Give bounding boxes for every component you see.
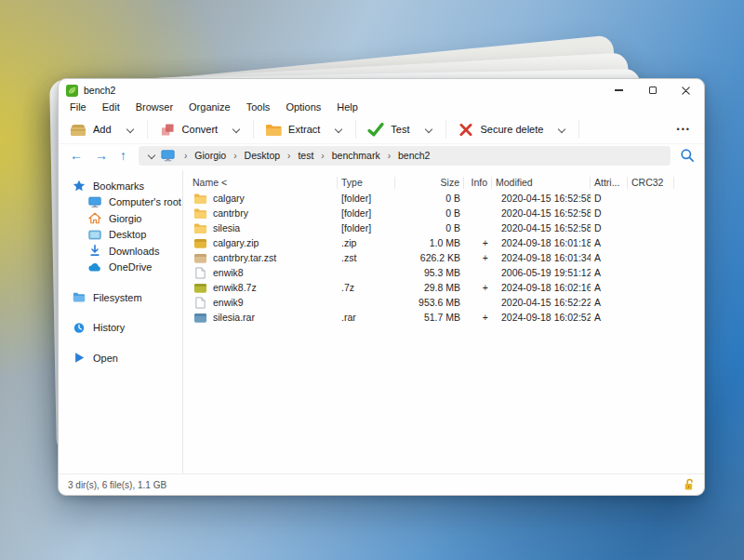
chevron-down-icon[interactable] [425, 126, 432, 133]
breadcrumb-separator: › [287, 151, 290, 161]
file-type: .zst [338, 252, 395, 263]
file-modified: 2020-04-15 16:52:58 [492, 193, 591, 204]
sidebar-bookmark-item[interactable]: Giorgio [73, 210, 182, 226]
chevron-down-icon[interactable] [126, 126, 134, 133]
table-row[interactable]: enwik8 95.3 MB 2006-05-19 19:51:12 A [189, 265, 704, 280]
column-type[interactable]: Type [338, 177, 395, 189]
file-type: [folder] [338, 193, 395, 204]
test-check-icon [367, 123, 384, 137]
file-modified: 2024-09-18 16:01:34 [492, 252, 591, 263]
file-attributes: A [591, 252, 628, 263]
column-size[interactable]: Size [395, 177, 464, 189]
back-button[interactable]: ← [70, 149, 83, 162]
sidebar-section[interactable]: Open [73, 350, 182, 366]
file-size: 51.7 MB [395, 312, 464, 323]
folder-icon [193, 207, 207, 220]
chevron-down-icon[interactable] [148, 152, 155, 159]
table-header[interactable]: Name < Type Size Info Modified Attri... … [189, 175, 704, 191]
minimize-button[interactable] [614, 86, 624, 96]
column-modified[interactable]: Modified [492, 177, 591, 189]
7z-archive-icon [193, 282, 207, 294]
table-row[interactable]: cantrbry [folder] 0 B 2020-04-15 16:52:5… [189, 206, 704, 220]
file-icon [193, 297, 207, 309]
breadcrumb-item[interactable]: bench2 [398, 150, 430, 161]
sidebar-bookmark-item[interactable]: Downloads [73, 243, 182, 259]
lock-open-icon[interactable] [684, 478, 695, 491]
file-size: 1.0 MB [395, 237, 464, 248]
breadcrumb-item[interactable]: benchmark [332, 150, 380, 161]
computer-icon[interactable] [161, 150, 175, 162]
menu-item[interactable]: Edit [102, 101, 120, 113]
menu-item[interactable]: Tools [246, 101, 271, 113]
table-row[interactable]: calgary [folder] 0 B 2020-04-15 16:52:58… [189, 191, 704, 206]
breadcrumb[interactable]: › Giorgio › Desktop › test › benchmark ›… [139, 146, 671, 166]
status-summary: 3 dir(s), 6 file(s), 1.1 GB [68, 480, 166, 490]
maximize-button[interactable] [647, 86, 658, 96]
close-button[interactable] [681, 86, 691, 96]
file-name: silesia [213, 222, 240, 233]
table-row[interactable]: silesia [folder] 0 B 2020-04-15 16:52:58… [189, 220, 704, 235]
file-attributes: D [591, 207, 628, 219]
sidebar-item-bookmarks[interactable]: Bookmarks [73, 178, 182, 193]
forward-button[interactable]: → [95, 149, 108, 162]
file-size: 0 B [395, 193, 464, 204]
file-type: .rar [338, 312, 395, 323]
toolbar-separator [578, 120, 579, 139]
file-size: 95.3 MB [395, 267, 464, 278]
file-info: + [464, 252, 492, 263]
column-attributes[interactable]: Attri... [591, 177, 628, 189]
up-button[interactable]: ↑ [120, 149, 126, 162]
chevron-down-icon[interactable] [335, 126, 342, 133]
menu-item[interactable]: Browser [136, 101, 173, 113]
breadcrumb-item[interactable]: test [298, 150, 313, 161]
breadcrumb-separator: › [321, 151, 324, 161]
toolbar-separator [355, 120, 356, 139]
toolbar-separator [445, 120, 446, 139]
file-type: .zip [338, 237, 395, 248]
toolbar-separator [147, 120, 148, 139]
more-options-button[interactable]: ••• [673, 123, 695, 136]
folder-icon [193, 193, 207, 205]
toolbar-button[interactable]: Extract [258, 118, 326, 140]
file-modified: 2020-04-15 16:52:58 [492, 222, 591, 233]
column-info[interactable]: Info [464, 177, 492, 189]
table-row[interactable]: silesia.rar .rar 51.7 MB + 2024-09-18 16… [189, 310, 704, 325]
status-bar: 3 dir(s), 6 file(s), 1.1 GB [59, 473, 704, 495]
breadcrumb-item[interactable]: Giorgio [194, 150, 226, 161]
table-row[interactable]: calgary.zip .zip 1.0 MB + 2024-09-18 16:… [189, 235, 704, 250]
sidebar-bookmark-item[interactable]: OneDrive [73, 260, 182, 275]
sidebar-spacer [73, 336, 182, 350]
menu-item[interactable]: File [70, 101, 86, 113]
table-row[interactable]: enwik8.7z .7z 29.8 MB + 2024-09-18 16:02… [189, 280, 704, 295]
column-crc32[interactable]: CRC32 [628, 177, 674, 189]
title-bar[interactable]: bench2 [59, 79, 704, 99]
sidebar-bookmark-item[interactable]: Computer's root [73, 194, 182, 210]
menu-item[interactable]: Organize [189, 101, 231, 113]
sidebar-section[interactable]: History [73, 320, 182, 336]
folder-blue-icon [73, 291, 86, 303]
breadcrumb-item[interactable]: Desktop [245, 150, 281, 161]
sidebar-bookmark-item[interactable]: Desktop [73, 227, 182, 243]
computer-icon [88, 196, 101, 208]
home-icon [88, 212, 101, 224]
toolbar-button[interactable]: Secure delete [450, 118, 550, 140]
menu-item[interactable]: Options [286, 101, 321, 113]
sidebar-section[interactable]: Filesystem [73, 289, 182, 305]
extract-folder-icon [265, 123, 282, 137]
menu-item[interactable]: Help [337, 101, 358, 113]
toolbar-button[interactable]: Test [360, 118, 415, 140]
toolbar-button[interactable]: Add [62, 118, 117, 140]
toolbar-button[interactable]: Convert [152, 118, 224, 140]
file-name: cantrbry [213, 207, 248, 219]
chevron-down-icon[interactable] [558, 126, 565, 133]
search-icon[interactable] [680, 148, 695, 163]
table-row[interactable]: cantrbry.tar.zst .zst 626.2 KB + 2024-09… [189, 250, 704, 265]
table-row[interactable]: enwik9 953.6 MB 2020-04-15 16:52:22 A [189, 295, 704, 310]
file-modified: 2024-09-18 16:02:16 [492, 282, 591, 293]
play-icon [73, 352, 86, 364]
column-name[interactable]: Name < [189, 177, 338, 189]
file-name: cantrbry.tar.zst [213, 252, 276, 263]
chevron-down-icon[interactable] [232, 126, 240, 133]
file-size: 626.2 KB [395, 252, 464, 263]
history-icon [73, 322, 86, 334]
